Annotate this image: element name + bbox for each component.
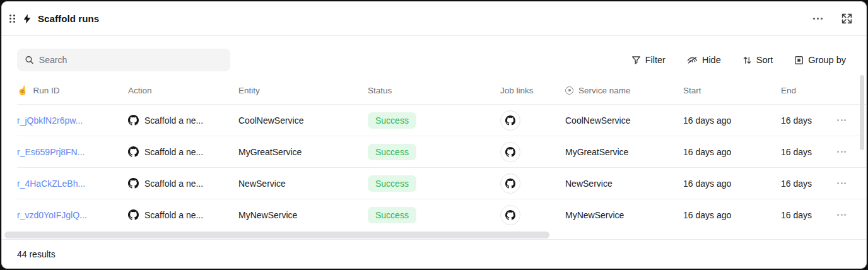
- github-icon: [128, 209, 139, 220]
- sort-button[interactable]: Sort: [742, 55, 773, 65]
- service-name-cell: MyNewService: [565, 210, 624, 220]
- end-cell: 16 days: [781, 179, 836, 189]
- github-icon: [505, 115, 515, 126]
- column-header-job-links[interactable]: Job links: [500, 86, 565, 95]
- widget-title: Scaffold runs: [38, 13, 99, 24]
- lightning-icon: [21, 13, 33, 25]
- end-cell: 16 days: [781, 210, 836, 220]
- start-cell: 16 days ago: [683, 179, 781, 189]
- title-bar: Scaffold runs: [2, 2, 866, 36]
- column-label: Entity: [238, 86, 260, 95]
- table-row: r_vzd0YoIFJglQ... Scaffold a ne... MyNew…: [17, 199, 866, 230]
- view-toolbar: Filter Hide Sort Group by: [631, 55, 846, 65]
- action-cell: Scaffold a ne...: [144, 115, 203, 126]
- pointer-click-icon: ☝: [17, 86, 28, 95]
- row-more-icon[interactable]: [836, 115, 847, 125]
- table-row: r_4HaCkZLeBh... Scaffold a ne... NewServ…: [17, 167, 866, 199]
- search-input[interactable]: [39, 55, 223, 65]
- github-icon: [128, 146, 139, 157]
- column-header-end[interactable]: End: [781, 86, 836, 95]
- column-header-service-name[interactable]: Service name: [565, 86, 683, 95]
- column-header-action[interactable]: Action: [128, 86, 238, 95]
- github-icon: [505, 210, 515, 220]
- status-badge: Success: [368, 144, 416, 160]
- github-icon: [128, 115, 139, 126]
- filter-label: Filter: [645, 55, 666, 65]
- search-icon: [25, 55, 34, 65]
- group-by-button[interactable]: Group by: [794, 55, 846, 65]
- run-id-link[interactable]: r_4HaCkZLeBh...: [17, 179, 85, 189]
- entity-cell: MyGreatService: [238, 147, 368, 157]
- status-badge: Success: [368, 112, 416, 129]
- end-cell: 16 days: [781, 147, 836, 157]
- vertical-scrollbar[interactable]: [860, 75, 864, 150]
- entity-cell: MyNewService: [238, 210, 368, 220]
- job-link-button[interactable]: [500, 142, 520, 162]
- service-name-cell: CoolNewService: [565, 115, 630, 126]
- service-name-cell: NewService: [565, 179, 613, 189]
- runs-table: ☝ Run ID Action Entity Status Job links …: [2, 71, 866, 230]
- sort-label: Sort: [756, 55, 773, 65]
- column-header-entity[interactable]: Entity: [238, 86, 368, 95]
- job-link-button[interactable]: [500, 205, 520, 225]
- results-footer: 44 results: [2, 239, 866, 268]
- github-icon: [128, 178, 139, 189]
- column-header-run-id[interactable]: ☝ Run ID: [17, 86, 128, 95]
- column-header-status[interactable]: Status: [368, 86, 500, 95]
- action-cell: Scaffold a ne...: [144, 179, 203, 189]
- group-by-label: Group by: [808, 55, 846, 65]
- filter-button[interactable]: Filter: [631, 55, 666, 65]
- start-cell: 16 days ago: [683, 115, 781, 126]
- run-id-link[interactable]: r_vzd0YoIFJglQ...: [17, 210, 87, 220]
- table-header-row: ☝ Run ID Action Entity Status Job links …: [17, 76, 866, 104]
- github-icon: [505, 147, 515, 157]
- action-cell: Scaffold a ne...: [144, 210, 203, 220]
- expand-icon[interactable]: [842, 13, 852, 24]
- results-count: 44 results: [17, 249, 56, 259]
- search-box[interactable]: [17, 49, 230, 71]
- status-badge: Success: [368, 207, 416, 223]
- row-more-icon[interactable]: [836, 179, 847, 188]
- group-by-icon: [794, 56, 804, 65]
- scaffold-runs-widget: Scaffold runs Filter: [1, 1, 867, 269]
- row-more-icon[interactable]: [836, 210, 847, 220]
- column-label: Status: [368, 86, 392, 95]
- hide-label: Hide: [702, 55, 721, 65]
- github-icon: [505, 179, 515, 189]
- filter-icon: [631, 56, 641, 65]
- entity-cell: CoolNewService: [238, 115, 368, 126]
- job-link-button[interactable]: [500, 173, 520, 194]
- service-name-cell: MyGreatService: [565, 147, 628, 157]
- column-label: End: [781, 86, 796, 95]
- end-cell: 16 days: [781, 115, 836, 126]
- hide-eye-icon: [687, 56, 698, 65]
- controls-row: Filter Hide Sort Group by: [2, 36, 866, 71]
- table-row: r_jQbkfN2r6pw... Scaffold a ne... CoolNe…: [17, 104, 866, 136]
- status-badge: Success: [368, 175, 416, 192]
- job-link-button[interactable]: [500, 110, 520, 131]
- column-label: Service name: [578, 86, 631, 95]
- run-id-link[interactable]: r_Es659Prj8FN...: [17, 147, 85, 157]
- hide-button[interactable]: Hide: [687, 55, 721, 65]
- action-cell: Scaffold a ne...: [144, 147, 203, 157]
- row-more-icon[interactable]: [836, 147, 847, 156]
- start-cell: 16 days ago: [683, 147, 781, 157]
- column-header-start[interactable]: Start: [683, 86, 781, 95]
- drag-handle-icon[interactable]: [9, 15, 15, 23]
- start-cell: 16 days ago: [683, 210, 781, 220]
- column-label: Action: [128, 86, 152, 95]
- column-label: Run ID: [33, 86, 59, 95]
- table-row: r_Es659Prj8FN... Scaffold a ne... MyGrea…: [17, 136, 866, 167]
- column-label: Job links: [500, 86, 534, 95]
- more-options-icon[interactable]: [811, 15, 825, 22]
- run-id-link[interactable]: r_jQbkfN2r6pw...: [17, 115, 83, 126]
- target-dot-icon: [565, 86, 573, 95]
- sort-arrows-icon: [742, 56, 752, 65]
- entity-cell: NewService: [238, 179, 368, 189]
- horizontal-scrollbar[interactable]: [4, 232, 549, 238]
- column-label: Start: [683, 86, 701, 95]
